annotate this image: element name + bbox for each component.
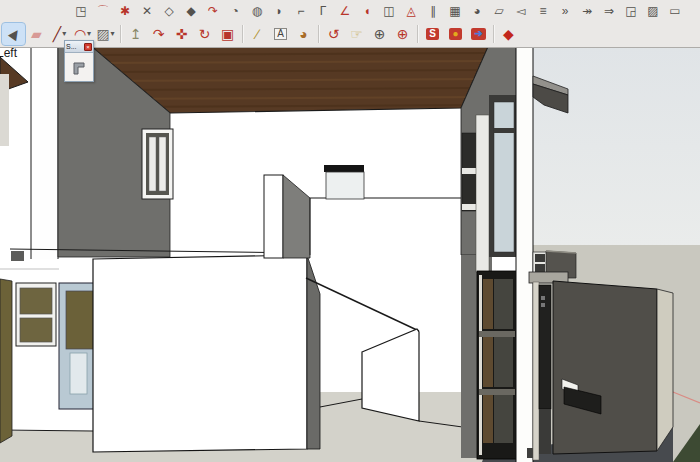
- corner-white-column[interactable]: [516, 47, 533, 462]
- rectangle-tool-dropdown-caret[interactable]: ▾: [111, 29, 115, 38]
- follow-me-tool[interactable]: ↷: [147, 23, 170, 45]
- skalp-section-tool[interactable]: S: [421, 23, 444, 45]
- island-box[interactable]: [93, 255, 320, 452]
- corner-line-icon[interactable]: ⌐: [290, 1, 312, 20]
- sphere-shade-icon[interactable]: ◕: [466, 1, 488, 20]
- zoom-tool-glyph: ⊕: [374, 27, 386, 41]
- shape-bend-icon[interactable]: ◇: [158, 1, 180, 20]
- rectangle-tool[interactable]: ▨▾: [94, 23, 117, 45]
- pan-tool-glyph: ☞: [350, 27, 363, 41]
- pan-tool[interactable]: ☞: [345, 23, 368, 45]
- prism-icon[interactable]: ◅: [510, 1, 532, 20]
- prism-icon-glyph: ◅: [516, 5, 525, 17]
- sphere-wire-icon[interactable]: ◍: [246, 1, 268, 20]
- rotate-tool-glyph: ↻: [199, 27, 211, 41]
- fence-icon-glyph: ∥: [430, 5, 436, 17]
- large-tool-set-row: ▶▰╱▾◠▾▨▾↥↷✜↻▣∕A◕↺☞⊕⊕S●➔◆: [0, 21, 700, 46]
- skalp-export-tool-glyph: ➔: [471, 28, 485, 40]
- tall-window-glass[interactable]: [494, 102, 514, 252]
- section-corner-tool[interactable]: [71, 59, 87, 75]
- panel-icon[interactable]: ▭: [664, 1, 686, 20]
- move-tool[interactable]: ✜: [170, 23, 193, 45]
- solid-outer-shell-icon[interactable]: ◳: [70, 1, 92, 20]
- sphere-wire-icon-glyph: ◍: [252, 5, 262, 17]
- layers-stack-icon[interactable]: ≡: [532, 1, 554, 20]
- curve-edit-icon[interactable]: ⌒: [92, 1, 114, 20]
- plane-icon[interactable]: ▱: [488, 1, 510, 20]
- panel-icon-glyph: ▭: [669, 5, 680, 17]
- floating-toolbar[interactable]: S... ×: [64, 40, 94, 82]
- zoom-extents-tool[interactable]: ⊕: [391, 23, 414, 45]
- corner-line2-icon[interactable]: Γ: [312, 1, 334, 20]
- arrow-plane-icon[interactable]: ↠: [576, 1, 598, 20]
- hatch-plane-icon[interactable]: ▨: [642, 1, 664, 20]
- split-icon-glyph: ✕: [142, 5, 152, 17]
- cone-icon[interactable]: ◬: [400, 1, 422, 20]
- cone-icon-glyph: ◬: [406, 5, 415, 17]
- arc-tool-glyph: ◠: [74, 27, 86, 41]
- grid-box-icon-glyph: ▦: [449, 5, 460, 17]
- curve-edit-icon-glyph: ⌒: [97, 5, 109, 17]
- angle-dim-icon[interactable]: ∠: [334, 1, 356, 20]
- push-pull-tool[interactable]: ↥: [124, 23, 147, 45]
- rotate-tool[interactable]: ↻: [193, 23, 216, 45]
- text-tool[interactable]: A: [269, 23, 292, 45]
- column-icon[interactable]: ◫: [378, 1, 400, 20]
- paint-bucket-tool[interactable]: ◕: [292, 23, 315, 45]
- skalp-export-tool[interactable]: ➔: [467, 23, 490, 45]
- arrow-skew-icon[interactable]: »: [554, 1, 576, 20]
- layers-stack-icon-glyph: ≡: [539, 5, 546, 17]
- rectangle-tool-glyph: ▨: [96, 27, 109, 41]
- shape-bend-icon-glyph: ◇: [164, 5, 173, 17]
- bookshelf[interactable]: [477, 271, 517, 459]
- orbit-tool[interactable]: ↺: [322, 23, 345, 45]
- floating-toolbar-titlebar[interactable]: S... ×: [65, 41, 93, 53]
- plugin-gem-tool-glyph: ◆: [503, 27, 514, 41]
- dome-icon-glyph: ◔: [231, 5, 238, 17]
- eraser-tool-glyph: ▰: [31, 27, 42, 41]
- skalp-settings-tool[interactable]: ●: [444, 23, 467, 45]
- line-tool-dropdown-caret[interactable]: ▾: [62, 29, 66, 38]
- scale-tool[interactable]: ▣: [216, 23, 239, 45]
- arc-red-icon[interactable]: ◖: [356, 1, 378, 20]
- move-tool-glyph: ✜: [176, 27, 188, 41]
- toolbar-separator: [417, 25, 418, 43]
- zoom-tool[interactable]: ⊕: [368, 23, 391, 45]
- select-tool[interactable]: ▶: [2, 23, 25, 45]
- viewport-canvas[interactable]: Left: [0, 0, 700, 462]
- floating-toolbar-body: [65, 53, 93, 80]
- toolbar-separator: [318, 25, 319, 43]
- line-tool-glyph: ╱: [53, 27, 61, 41]
- half-round-icon-glyph: ◗: [275, 5, 282, 17]
- skalp-section-tool-glyph: S: [426, 28, 439, 40]
- olive-panel[interactable]: [0, 279, 12, 443]
- eraser-tool[interactable]: ▰: [25, 23, 48, 45]
- bend-arc-icon[interactable]: ↷: [202, 1, 224, 20]
- corner-line2-icon-glyph: Γ: [320, 5, 327, 17]
- arrow-plane2-icon[interactable]: ⇒: [598, 1, 620, 20]
- half-round-icon[interactable]: ◗: [268, 1, 290, 20]
- shape-twist-icon-glyph: ◆: [186, 5, 195, 17]
- hatch-plane-icon-glyph: ▨: [647, 5, 658, 17]
- dome-icon[interactable]: ◔: [224, 1, 246, 20]
- doc-magnifier-icon[interactable]: ◲: [620, 1, 642, 20]
- grid-box-icon[interactable]: ▦: [444, 1, 466, 20]
- tape-measure-tool[interactable]: ∕: [246, 23, 269, 45]
- column-icon-glyph: ◫: [383, 5, 394, 17]
- zoom-extents-tool-glyph: ⊕: [397, 27, 409, 41]
- scale-tool-glyph: ▣: [221, 27, 234, 41]
- toolbar-separator: [242, 25, 243, 43]
- upper-door[interactable]: [326, 172, 364, 199]
- split-icon[interactable]: ✕: [136, 1, 158, 20]
- bend-arc-icon-glyph: ↷: [208, 5, 218, 17]
- shape-twist-icon[interactable]: ◆: [180, 1, 202, 20]
- fence-icon[interactable]: ∥: [422, 1, 444, 20]
- freestanding-wall[interactable]: [553, 281, 657, 454]
- push-pull-tool-glyph: ↥: [130, 27, 142, 41]
- paint-scatter-icon[interactable]: ✱: [114, 1, 136, 20]
- plane-icon-glyph: ▱: [494, 5, 503, 17]
- plugin-gem-tool[interactable]: ◆: [497, 23, 520, 45]
- text-tool-glyph: A: [274, 28, 287, 40]
- close-icon[interactable]: ×: [84, 43, 92, 51]
- arc-tool-dropdown-caret[interactable]: ▾: [87, 29, 91, 38]
